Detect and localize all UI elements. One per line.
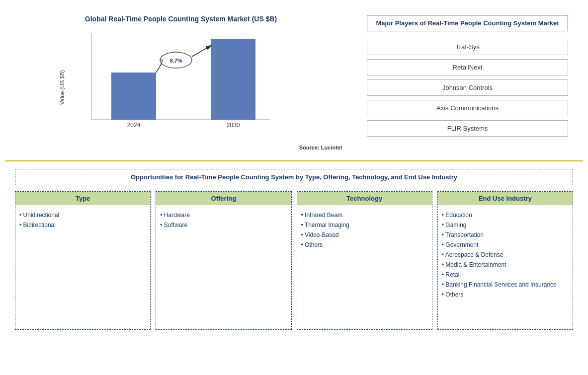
category-technology-items: Infrared Beam Thermal Imaging Video-Base… xyxy=(297,205,432,329)
player-item: RetailNext xyxy=(367,59,568,75)
list-item: Others xyxy=(301,240,428,250)
chart-section: Global Real-Time People Counting System … xyxy=(15,10,352,155)
list-item: Media & Entertainment xyxy=(442,260,569,270)
category-end-use-items: Education Gaming Transportation Governme… xyxy=(438,205,573,329)
svg-text:2030: 2030 xyxy=(227,122,240,129)
players-list: Traf-Sys RetailNext Johnson Controls Axi… xyxy=(367,39,568,137)
bottom-section: Opportunities for Real-Time People Count… xyxy=(5,164,583,335)
list-item: Transportation xyxy=(442,230,569,240)
category-end-use: End Use Industry Education Gaming Transp… xyxy=(437,191,573,330)
top-section: Global Real-Time People Counting System … xyxy=(5,5,583,161)
source-text: Source: Lucintel xyxy=(20,145,342,150)
list-item: Thermal Imaging xyxy=(301,220,428,230)
list-item: Software xyxy=(160,220,287,230)
svg-text:8.7%: 8.7% xyxy=(169,58,182,64)
cagr-arrow xyxy=(192,45,212,57)
categories-grid: Type Unidirectional Bidirectional Offeri… xyxy=(15,191,573,330)
chart-container: Value (US $B) 2024 2030 8.7% xyxy=(20,28,342,142)
list-item: Government xyxy=(442,240,569,250)
list-item: Education xyxy=(442,210,569,220)
bar-2030 xyxy=(211,39,255,120)
list-item: Bidirectional xyxy=(19,220,146,230)
category-offering: Offering Hardware Software xyxy=(156,191,291,330)
category-offering-items: Hardware Software xyxy=(156,205,291,329)
category-type-items: Unidirectional Bidirectional xyxy=(15,205,150,329)
category-end-use-header: End Use Industry xyxy=(438,192,573,205)
opportunities-title: Opportunities for Real-Time People Count… xyxy=(15,169,573,185)
list-item: Retail xyxy=(442,270,569,280)
player-item: Traf-Sys xyxy=(367,39,568,55)
svg-text:2024: 2024 xyxy=(127,122,141,129)
player-item: Axis Communications xyxy=(367,100,568,116)
player-item: Johnson Controls xyxy=(367,79,568,96)
list-item: Gaming xyxy=(442,220,569,230)
category-offering-header: Offering xyxy=(156,192,291,205)
svg-text:Value (US $B): Value (US $B) xyxy=(59,70,65,105)
list-item: Hardware xyxy=(160,210,287,220)
players-title: Major Players of Real-Time People Counti… xyxy=(367,15,568,31)
chart-svg: Value (US $B) 2024 2030 8.7% xyxy=(20,28,342,142)
category-technology: Technology Infrared Beam Thermal Imaging… xyxy=(297,191,432,330)
category-technology-header: Technology xyxy=(297,192,432,205)
chart-title: Global Real-Time People Counting System … xyxy=(20,15,342,23)
list-item: Aerospace & Defense xyxy=(442,250,569,260)
list-item: Others xyxy=(442,290,569,300)
players-section: Major Players of Real-Time People Counti… xyxy=(362,10,573,155)
player-item: FLIR Systems xyxy=(367,120,568,137)
list-item: Infrared Beam xyxy=(301,210,428,220)
category-type: Type Unidirectional Bidirectional xyxy=(15,191,151,330)
list-item: Banking Financial Services and Insurance xyxy=(442,280,569,290)
list-item: Unidirectional xyxy=(19,210,146,220)
category-type-header: Type xyxy=(15,192,150,205)
list-item: Video-Based xyxy=(301,230,428,240)
bar-2024 xyxy=(111,73,156,120)
